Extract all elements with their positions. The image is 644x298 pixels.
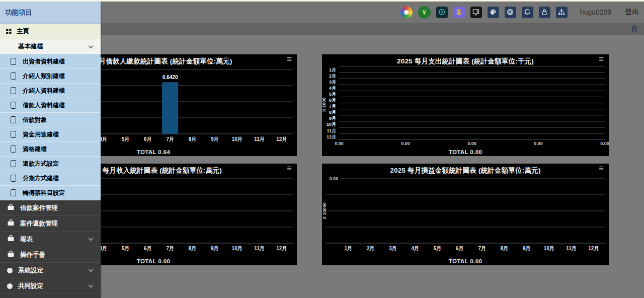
document-box-icon — [11, 58, 16, 65]
svg-text:9月: 9月 — [211, 136, 219, 142]
sidebar-item-10[interactable]: 分期方式建檔 — [0, 171, 101, 186]
sidebar-item-1[interactable]: 基本建檔 — [0, 39, 101, 54]
chart-plot: 0.00X 100001月2月3月4月5月6月7月8月9月10月11月12月 — [322, 174, 609, 261]
svg-text:0.6420: 0.6420 — [163, 74, 178, 80]
svg-text:2月: 2月 — [367, 246, 375, 251]
svg-text:12月: 12月 — [327, 134, 336, 139]
svg-text:11月: 11月 — [254, 246, 265, 251]
svg-text:0.00: 0.00 — [401, 141, 410, 146]
svg-text:X 1000: X 1000 — [322, 98, 327, 112]
sidebar-item-label: 基本建檔 — [18, 42, 43, 51]
finance-green-icon[interactable]: ¥ — [418, 6, 431, 19]
chart-menu-icon[interactable]: ≡ — [287, 55, 292, 64]
svg-text:7月: 7月 — [166, 246, 174, 251]
sidebar-item-15[interactable]: 操作手冊 — [0, 247, 101, 263]
sidebar-item-14[interactable]: 報表 — [0, 232, 101, 247]
sidebar-item-label: 報表 — [20, 235, 33, 244]
sidebar-item-4[interactable]: 介紹人資料建檔 — [0, 84, 101, 98]
sidebar-title: 功能項目 — [0, 2, 101, 24]
svg-text:12月: 12月 — [588, 246, 599, 251]
svg-text:11月: 11月 — [327, 128, 336, 133]
clock-icon[interactable] — [436, 7, 448, 18]
svg-text:0.00: 0.00 — [467, 141, 476, 146]
svg-text:10月: 10月 — [544, 246, 554, 251]
sidebar-item-label: 案件還款管理 — [20, 219, 58, 228]
sidebar-item-0[interactable]: 主頁 — [0, 24, 101, 39]
chart-menu-icon[interactable]: ≡ — [599, 55, 604, 64]
sidebar-item-label: 借款人資料建檔 — [23, 101, 65, 110]
sidebar-item-label: 介紹人類別建檔 — [23, 72, 65, 81]
globe-icon[interactable] — [505, 7, 516, 18]
svg-text:1月: 1月 — [344, 246, 352, 251]
sidebar-item-label: 還款方式設定 — [23, 160, 59, 168]
chart-menu-icon[interactable]: ≡ — [287, 164, 292, 173]
svg-text:0.00: 0.00 — [329, 176, 338, 181]
svg-text:7月: 7月 — [329, 104, 336, 109]
trash-icon[interactable] — [631, 25, 638, 33]
sidebar-item-13[interactable]: 案件還款管理 — [0, 216, 101, 232]
svg-text:9月: 9月 — [211, 246, 219, 251]
svg-text:4月: 4月 — [329, 86, 336, 91]
scroll-icon[interactable] — [453, 7, 465, 18]
sidebar-item-6[interactable]: 借款對象 — [0, 113, 101, 127]
chevron-down-icon — [89, 43, 94, 48]
circle-icon — [7, 283, 13, 289]
svg-text:10月: 10月 — [327, 122, 336, 127]
chart-menu-icon[interactable]: ≡ — [599, 164, 604, 173]
chart-panel-expenses: 2025 每月支出統計圖表 (統計金額單位:千元) ≡ 1月2月3月4月5月6月… — [322, 54, 609, 156]
briefcase-icon — [7, 250, 15, 259]
chevron-down-icon — [89, 283, 94, 288]
svg-text:6月: 6月 — [144, 246, 152, 251]
svg-text:10月: 10月 — [232, 136, 243, 142]
svg-text:11月: 11月 — [254, 136, 265, 142]
sidebar: 功能項目 主頁基本建檔出資者資料建檔介紹人類別建檔介紹人資料建檔借款人資料建檔借… — [0, 2, 101, 298]
svg-text:11月: 11月 — [566, 246, 577, 251]
palette-icon[interactable] — [488, 7, 499, 18]
sidebar-item-label: 操作手冊 — [20, 251, 45, 259]
page-top-strip — [0, 0, 644, 2]
document-box-icon — [11, 87, 16, 94]
sidebar-item-label: 資金用途建檔 — [23, 130, 59, 139]
svg-text:3月: 3月 — [389, 246, 397, 251]
logout-button[interactable]: 登出 — [625, 8, 639, 17]
chevron-down-icon — [89, 267, 94, 272]
svg-text:6月: 6月 — [456, 246, 464, 251]
svg-text:8月: 8月 — [329, 110, 336, 115]
svg-text:6月: 6月 — [329, 98, 336, 103]
document-box-icon — [11, 131, 16, 138]
sitemap-icon[interactable] — [556, 7, 568, 18]
sidebar-item-16[interactable]: 系統設定 — [0, 263, 101, 278]
sidebar-item-5[interactable]: 借款人資料建檔 — [0, 98, 101, 113]
sidebar-item-8[interactable]: 資格建檔 — [0, 142, 101, 157]
sidebar-item-9[interactable]: 還款方式設定 — [0, 157, 101, 171]
chart-total-label: TOTAL 0.00 — [322, 149, 609, 155]
sidebar-item-label: 共同設定 — [18, 282, 43, 290]
document-box-icon — [11, 145, 16, 153]
sidebar-item-label: 轉傳票科目設定 — [23, 189, 65, 197]
grid-icon — [6, 27, 12, 36]
sidebar-item-label: 借款案件管理 — [20, 204, 58, 212]
screen-icon[interactable] — [470, 7, 482, 18]
stats-colorful-icon[interactable] — [400, 6, 413, 19]
sidebar-item-11[interactable]: 轉傳票科目設定 — [0, 186, 101, 200]
svg-text:0.00: 0.00 — [534, 141, 543, 146]
bell-icon[interactable] — [522, 7, 533, 18]
sidebar-item-17[interactable]: 共同設定 — [0, 278, 101, 294]
svg-text:7月: 7月 — [166, 136, 174, 142]
document-box-icon — [11, 102, 16, 109]
sidebar-item-label: 介紹人資料建檔 — [23, 87, 65, 95]
svg-text:8月: 8月 — [189, 246, 197, 251]
sidebar-item-12[interactable]: 借款案件管理 — [0, 200, 101, 216]
sidebar-item-label: 資格建檔 — [23, 145, 47, 154]
sidebar-item-3[interactable]: 介紹人類別建檔 — [0, 69, 101, 84]
sidebar-item-2[interactable]: 出資者資料建檔 — [0, 54, 101, 69]
sidebar-item-7[interactable]: 資金用途建檔 — [0, 127, 101, 142]
svg-text:8月: 8月 — [189, 136, 197, 142]
chevron-down-icon — [89, 236, 94, 241]
svg-text:6月: 6月 — [144, 136, 152, 142]
svg-text:8月: 8月 — [501, 246, 509, 251]
lock-icon[interactable] — [539, 7, 550, 18]
svg-text:3月: 3月 — [329, 80, 336, 85]
document-box-icon — [11, 175, 16, 182]
svg-text:12月: 12月 — [276, 246, 287, 251]
